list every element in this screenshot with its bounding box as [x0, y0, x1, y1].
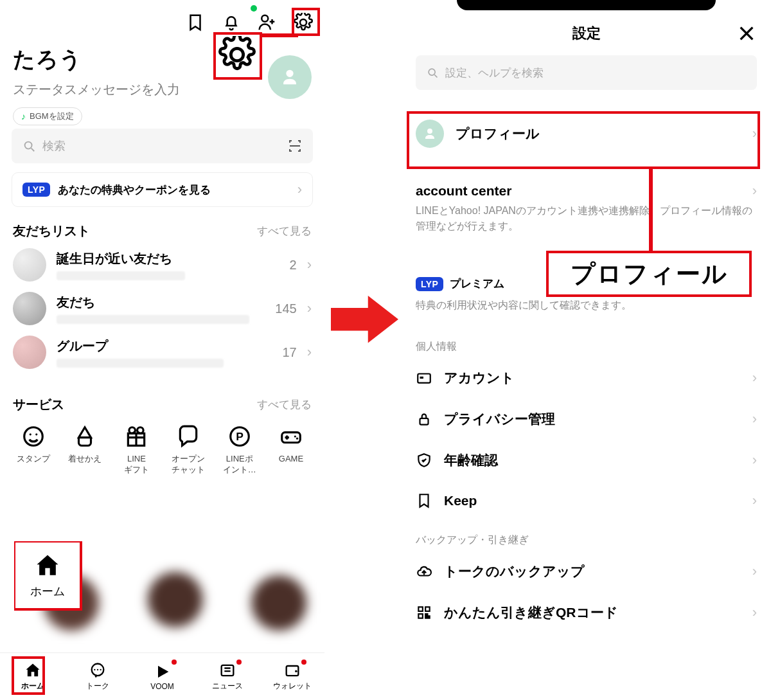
bgm-button[interactable]: ♪BGMを設定: [13, 107, 82, 125]
service-game[interactable]: GAME: [267, 424, 315, 476]
item-label: account center: [416, 183, 741, 199]
item-label: トークのバックアップ: [444, 562, 741, 580]
services-title: サービス: [13, 396, 64, 413]
bookmark-icon: [416, 492, 432, 509]
chevron-right-icon: ›: [752, 492, 757, 509]
service-gift[interactable]: LINE ギフト: [112, 424, 161, 476]
talk-icon: [89, 661, 107, 679]
add-friend-icon[interactable]: [258, 13, 277, 32]
tab-label: ウォレット: [273, 681, 312, 692]
highlight-connector-vertical: [649, 168, 653, 254]
service-stamp[interactable]: スタンプ: [9, 424, 58, 476]
search-placeholder: 設定、ヘルプを検索: [445, 66, 544, 80]
search-icon: [426, 66, 439, 79]
gift-icon: [124, 424, 148, 449]
bookmark-icon[interactable]: [186, 13, 205, 32]
friends-row-birthday[interactable]: 誕生日が近い友だち 2›: [0, 243, 324, 287]
settings-header: 設定: [402, 14, 771, 53]
row-count: 17: [282, 345, 296, 360]
service-label: オープン チャット: [164, 454, 213, 476]
bottom-tab-bar: ホーム トーク VOOM ニュース ウォレット: [0, 652, 324, 700]
row-subtext-blur: [57, 315, 249, 324]
card-icon: [416, 370, 432, 386]
highlight-gear: [292, 8, 320, 36]
home-icon: [33, 552, 62, 580]
service-points[interactable]: LINEポ イント…: [215, 424, 264, 476]
highlight-profile-row: [407, 111, 760, 169]
cloud-icon: [416, 563, 432, 580]
item-label: Keep: [444, 493, 741, 508]
service-openchat[interactable]: オープン チャット: [164, 424, 213, 476]
highlight-tab-home: [12, 656, 45, 695]
row-label: グループ: [57, 337, 272, 355]
friends-row-friends[interactable]: 友だち 145›: [0, 287, 324, 330]
section-header-backup: バックアップ・引き継ぎ: [402, 521, 771, 551]
chevron-right-icon: ›: [752, 604, 757, 621]
avatar-icon: [13, 336, 46, 369]
see-all-link[interactable]: すべて見る: [257, 397, 312, 412]
settings-item-account[interactable]: アカウント›: [402, 357, 771, 399]
service-label: スタンプ: [9, 454, 58, 465]
arrow-right: [331, 296, 398, 341]
row-label: 友だち: [57, 294, 265, 311]
settings-title: 設定: [572, 24, 601, 43]
see-all-link[interactable]: すべて見る: [257, 224, 312, 238]
tab-label: ニュース: [212, 681, 243, 692]
qr-icon: [416, 604, 432, 621]
lyp-text: あなたの特典やクーポンを見る: [58, 183, 289, 197]
settings-item-keep[interactable]: Keep›: [402, 481, 771, 521]
chevron-right-icon: ›: [307, 344, 312, 361]
row-subtext-blur: [57, 271, 185, 280]
scan-icon[interactable]: [287, 138, 303, 154]
item-description: LINEとYahoo! JAPANのアカウント連携や連携解除、プロフィール情報の…: [402, 202, 771, 248]
status-message[interactable]: ステータスメッセージを入力: [13, 81, 180, 98]
tab-news[interactable]: ニュース: [195, 653, 260, 700]
settings-item-account-center[interactable]: account center ›: [402, 179, 771, 202]
smile-icon: [21, 424, 46, 449]
settings-item-privacy[interactable]: プライバシー管理›: [402, 399, 771, 440]
row-subtext-blur: [57, 359, 224, 368]
home-callout: ホーム: [15, 543, 80, 608]
chevron-right-icon: ›: [297, 181, 302, 198]
row-count: 2: [290, 258, 297, 273]
settings-item-age[interactable]: 年齢確認›: [402, 440, 771, 481]
tab-label: トーク: [86, 681, 109, 692]
settings-search[interactable]: 設定、ヘルプを検索: [416, 55, 757, 90]
point-icon: [227, 424, 252, 449]
voom-icon: [154, 663, 172, 681]
badge-dot: [301, 660, 306, 665]
friends-row-groups[interactable]: グループ 17›: [0, 330, 324, 374]
badge-dot: [172, 660, 177, 665]
tab-talk[interactable]: トーク: [65, 653, 130, 700]
section-header-personal: 個人情報: [402, 327, 771, 357]
username: たろう: [13, 45, 180, 75]
chevron-right-icon: ›: [752, 370, 757, 386]
friends-section-head: 友だちリスト すべて見る: [0, 222, 324, 240]
home-callout-label: ホーム: [30, 584, 65, 599]
settings-screen: 設定 設定、ヘルプを検索 プロフィール › account center › L…: [402, 0, 771, 700]
lyp-coupon-card[interactable]: LYP あなたの特典やクーポンを見る ›: [12, 172, 313, 207]
service-theme[interactable]: 着せかえ: [60, 424, 109, 476]
item-label: かんたん引き継ぎQRコード: [444, 604, 741, 622]
service-label: 着せかえ: [60, 454, 109, 465]
settings-item-qr[interactable]: かんたん引き継ぎQRコード›: [402, 592, 771, 633]
search-bar[interactable]: 検索: [12, 129, 313, 163]
tab-voom[interactable]: VOOM: [130, 653, 195, 700]
bgm-label: BGMを設定: [30, 111, 74, 122]
badge-dot: [236, 660, 242, 665]
status-bar-notch: [457, 0, 716, 10]
svg-marker-23: [331, 296, 398, 343]
settings-item-backup[interactable]: トークのバックアップ›: [402, 551, 771, 592]
tab-wallet[interactable]: ウォレット: [260, 653, 324, 700]
brush-icon: [73, 424, 97, 449]
item-label: 年齢確認: [444, 451, 741, 469]
bell-icon[interactable]: [222, 13, 241, 32]
tab-label: VOOM: [150, 682, 174, 691]
row-label: 誕生日が近い友だち: [57, 250, 279, 267]
close-icon[interactable]: [736, 23, 757, 44]
friends-list: 誕生日が近い友だち 2› 友だち 145› グループ 17›: [0, 243, 324, 374]
game-icon: [279, 424, 303, 449]
my-avatar[interactable]: [268, 55, 312, 99]
service-grid: スタンプ 着せかえ LINE ギフト オープン チャット LINEポ イント… …: [0, 422, 324, 478]
chevron-right-icon: ›: [752, 183, 757, 199]
